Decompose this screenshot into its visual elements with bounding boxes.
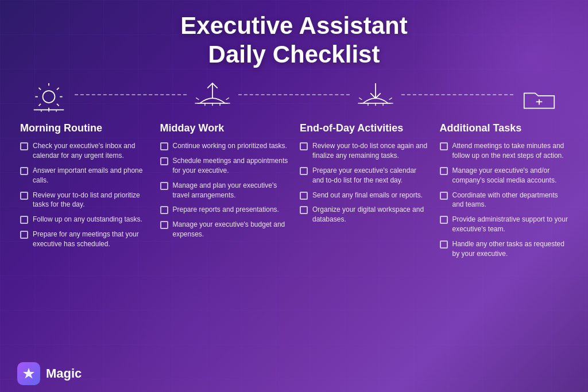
checklist-item: Review your to-do list and prioritize ta…: [20, 191, 149, 210]
column-midday: Midday WorkContinue working on prioritiz…: [160, 122, 289, 264]
checklist-item: Prepare your executive's calendar and to…: [300, 166, 428, 185]
column-title-additional: Additional Tasks: [440, 122, 568, 135]
checklist-item-text: Continue working on prioritized tasks.: [173, 141, 287, 151]
column-title-midday: Midday Work: [160, 122, 289, 135]
checklist-item-text: Organize your digital workspace and data…: [312, 205, 428, 224]
svg-line-8: [39, 104, 41, 106]
checklist-item-text: Schedule meetings and appointments for y…: [173, 156, 289, 176]
checklist-item-text: Review your to-do list and prioritize ta…: [33, 191, 149, 210]
checklist-item-text: Handle any other tasks as requested by y…: [452, 239, 568, 259]
dashed-connector-3: [401, 94, 513, 95]
svg-line-5: [39, 88, 41, 90]
morning-icon-wrapper: [29, 80, 69, 114]
checklist-item-text: Manage your executive's and/or company's…: [452, 166, 568, 185]
morning-sun-icon: [29, 80, 69, 114]
checklist-item: Schedule meetings and appointments for y…: [160, 156, 289, 176]
checklist-item-text: Review your to-do list once again and fi…: [312, 141, 428, 161]
checklist-item-text: Prepare for any meetings that your execu…: [33, 230, 149, 249]
endofday-sunset-icon: [355, 80, 396, 114]
checklist-item-text: Prepare reports and presentations.: [173, 205, 279, 215]
dashed-connector-2: [238, 94, 350, 95]
checklist-item: Manage your executive's and/or company's…: [440, 166, 568, 185]
svg-point-0: [43, 91, 55, 103]
svg-line-26: [389, 98, 392, 100]
checkbox[interactable]: [160, 182, 168, 190]
svg-line-17: [226, 98, 229, 100]
checklist-item-text: Follow up on any outstanding tasks.: [33, 215, 142, 224]
checklist-item-text: Prepare your executive's calendar and to…: [312, 166, 428, 185]
additional-folder-icon: [519, 80, 559, 114]
checklist-item-text: Check your executive's inbox and calenda…: [33, 141, 149, 161]
checklist-item: Coordinate with other departments and te…: [440, 191, 568, 210]
checkbox[interactable]: [160, 206, 168, 214]
endofday-icon-wrapper: [355, 80, 396, 114]
checklist-item: Prepare reports and presentations.: [160, 205, 289, 215]
column-additional: Additional TasksAttend meetings to take …: [440, 122, 568, 264]
checklist-item-text: Answer important emails and phone calls.: [33, 166, 149, 185]
column-title-morning: Morning Routine: [20, 122, 149, 135]
checklist-item: Send out any final emails or reports.: [300, 191, 428, 200]
checklist-item-text: Provide administrative support to your e…: [452, 215, 568, 234]
svg-line-15: [196, 98, 199, 100]
checklist-columns: Morning RoutineCheck your executive's in…: [17, 122, 571, 264]
checklist-item: Check your executive's inbox and calenda…: [20, 141, 149, 161]
checklist-item: Prepare for any meetings that your execu…: [20, 230, 149, 249]
checklist-item: Manage your executive's budget and expen…: [160, 220, 289, 239]
checklist-item-text: Coordinate with other departments and te…: [452, 191, 568, 210]
checkbox[interactable]: [20, 216, 28, 224]
svg-line-7: [57, 88, 59, 90]
checkbox[interactable]: [160, 157, 168, 165]
checkbox[interactable]: [300, 142, 308, 150]
checklist-item-text: Send out any final emails or reports.: [312, 191, 423, 200]
checkbox[interactable]: [300, 167, 308, 175]
checkbox[interactable]: [440, 216, 448, 224]
midday-icon-wrapper: [192, 80, 233, 114]
checkbox[interactable]: [20, 167, 28, 175]
checkbox[interactable]: [160, 221, 168, 229]
midday-sunrise-icon: [192, 80, 233, 114]
additional-icon-wrapper: [519, 80, 559, 114]
checkbox[interactable]: [440, 240, 448, 249]
column-title-endofday: End-of-Day Activities: [300, 122, 428, 135]
checklist-item: Handle any other tasks as requested by y…: [440, 239, 568, 259]
checklist-item: Organize your digital workspace and data…: [300, 205, 428, 224]
svg-line-24: [359, 98, 362, 100]
checklist-item: Answer important emails and phone calls.: [20, 166, 149, 185]
checklist-item-text: Manage your executive's budget and expen…: [173, 220, 289, 239]
icons-row: [17, 80, 571, 114]
checklist-item: Manage and plan your executive's travel …: [160, 181, 289, 200]
column-endofday: End-of-Day ActivitiesReview your to-do l…: [300, 122, 428, 264]
main-container: Executive Assistant Daily Checklist: [0, 0, 588, 392]
checkbox[interactable]: [440, 192, 448, 200]
checklist-item-text: Attend meetings to take minutes and foll…: [452, 141, 568, 161]
checkbox[interactable]: [20, 231, 28, 239]
checkbox[interactable]: [20, 142, 28, 150]
checklist-item: Follow up on any outstanding tasks.: [20, 215, 149, 224]
checklist-item: Provide administrative support to your e…: [440, 215, 568, 234]
checklist-item-text: Manage and plan your executive's travel …: [173, 181, 289, 200]
svg-line-6: [57, 104, 59, 106]
checklist-item: Attend meetings to take minutes and foll…: [440, 141, 568, 161]
checkbox[interactable]: [160, 142, 168, 150]
dashed-connector-1: [75, 94, 187, 95]
checkbox[interactable]: [440, 142, 448, 150]
page-title: Executive Assistant Daily Checklist: [17, 11, 571, 69]
checkbox[interactable]: [440, 167, 448, 175]
column-morning: Morning RoutineCheck your executive's in…: [20, 122, 149, 264]
checkbox[interactable]: [300, 192, 308, 200]
checkbox[interactable]: [20, 192, 28, 200]
checkbox[interactable]: [300, 206, 308, 214]
checklist-item: Continue working on prioritized tasks.: [160, 141, 289, 151]
checklist-item: Review your to-do list once again and fi…: [300, 141, 428, 161]
